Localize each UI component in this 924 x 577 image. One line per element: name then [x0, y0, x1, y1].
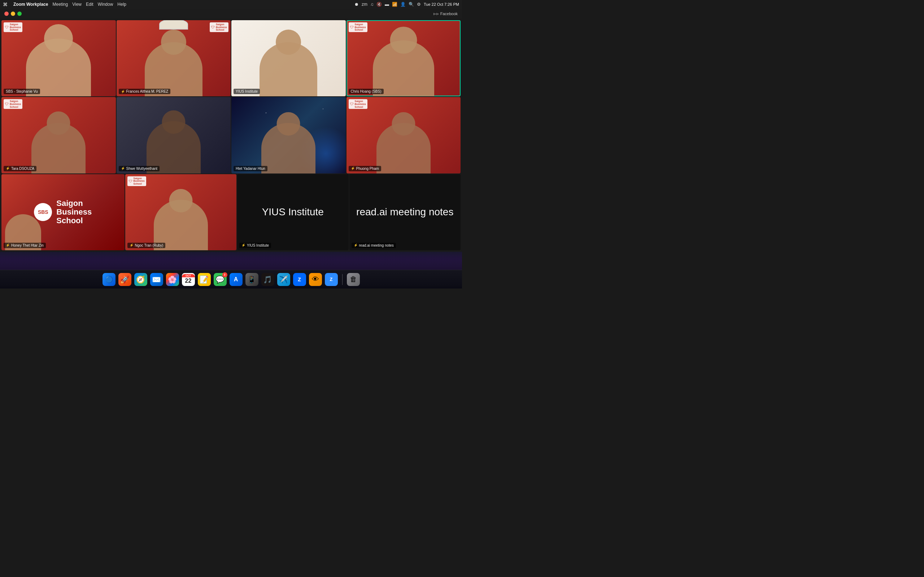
- dock-app-telegram[interactable]: ✈️: [277, 273, 290, 286]
- menubar-right: ⏺ zm ♫ 🔇 ▬ 📶 👤 🔍 ⚙ Tue 22 Oct 7:26 PM: [354, 2, 459, 7]
- dock-app-zalo[interactable]: Z: [293, 273, 306, 286]
- photos-icon: 🌸: [168, 275, 177, 284]
- dock-app-simulator[interactable]: 📱: [246, 273, 258, 286]
- dock: 🔵 🚀 🧭 ✉️ 🌸 OCT 22 📝 💬 2 A 📱 🎵 ✈️ Z 👁: [0, 270, 462, 288]
- zoom-dock-icon: Z: [330, 277, 333, 282]
- minimize-button[interactable]: [11, 11, 15, 16]
- dock-app-preview[interactable]: 👁: [309, 273, 322, 286]
- mute-indicator-6: ⚡: [129, 243, 134, 247]
- name-stephanie-vu: SBS - Stephanie Vu: [3, 89, 40, 94]
- menu-edit[interactable]: Edit: [86, 2, 94, 7]
- mute-indicator-7: ⚡: [241, 243, 246, 247]
- clock: Tue 22 Oct 7:26 PM: [424, 2, 459, 6]
- zoom-icon: ⏺: [354, 2, 359, 7]
- participant-phuong[interactable]: 🛡 SaigonBusinessSchool ⚡ Phuong Pham: [347, 97, 461, 173]
- dock-app-calendar[interactable]: OCT 22: [182, 273, 195, 286]
- mute-indicator-8: ⚡: [354, 243, 358, 247]
- mail-icon: ✉️: [152, 275, 161, 284]
- spotify-icon: ♫: [370, 2, 373, 7]
- name-chris-hoang: Chris Hoang (SBS): [349, 89, 384, 94]
- name-frances-perez: ⚡ Frances Althea M. PEREZ: [119, 89, 171, 94]
- finder-icon: 🔵: [105, 276, 113, 284]
- participant-frances-perez[interactable]: 🛡 SaigonBusinessSchool ⚡ Frances Althea …: [116, 20, 231, 96]
- menu-help[interactable]: Help: [117, 2, 126, 7]
- zm-icon: zm: [362, 2, 367, 7]
- name-yius-text: ⚡ YIUS Institute: [239, 243, 271, 248]
- spotify-dock-icon: 🎵: [263, 275, 272, 284]
- dock-app-notes[interactable]: 📝: [198, 273, 211, 286]
- video-row-3: SBS SaigonBusinessSchool ⚡ Honey Thet Ht…: [2, 174, 460, 250]
- name-yius-1: YIUS Institute: [234, 89, 260, 94]
- readai-text-content: read.ai meeting notes: [356, 206, 453, 218]
- maximize-button[interactable]: [17, 11, 22, 16]
- video-row-1: 🛡 SaigonBusinessSchool SBS - Stephanie V…: [2, 20, 460, 96]
- apple-menu[interactable]: ⌘: [3, 2, 8, 7]
- participant-honey[interactable]: SBS SaigonBusinessSchool ⚡ Honey Thet Ht…: [2, 174, 124, 250]
- participant-ngoc[interactable]: 🛡 SaigonBusinessSchool ⚡ Ngoc Tran (Ruby…: [125, 174, 237, 250]
- launchpad-icon: 🚀: [120, 275, 129, 284]
- name-honey: ⚡ Honey Thet Htar Zin: [3, 243, 46, 248]
- cast-icon: ⊳⊳: [433, 12, 439, 16]
- participant-htet[interactable]: Htet Yadanar Htun: [231, 97, 346, 173]
- battery-icon: ▬: [385, 2, 389, 7]
- menu-view[interactable]: View: [72, 2, 82, 7]
- name-shwe: ⚡ Shwe Wuttyeethant: [119, 166, 160, 171]
- mute-indicator-3: ⚡: [121, 167, 125, 170]
- sbs-promo-logo: SBS: [34, 203, 52, 221]
- participant-tara-dsouza[interactable]: 🛡 SaigonBusinessSchool ⚡ Tara DSOUZA: [2, 97, 116, 173]
- name-tara-dsouza: ⚡ Tara DSOUZA: [3, 166, 36, 171]
- mute-icon: 🔇: [376, 2, 382, 7]
- dock-app-launchpad[interactable]: 🚀: [118, 273, 131, 286]
- dock-app-appstore[interactable]: A: [229, 273, 242, 286]
- dock-app-safari[interactable]: 🧭: [134, 273, 147, 286]
- facebook-link[interactable]: ⊳⊳ Facebook: [433, 11, 458, 16]
- mute-indicator-5: ⚡: [6, 243, 10, 247]
- calendar-date-icon: 22: [185, 277, 192, 284]
- dock-app-mail[interactable]: ✉️: [150, 273, 163, 286]
- menubar-left: ⌘ Zoom Workplace Meeting View Edit Windo…: [3, 2, 126, 7]
- participant-chris-hoang[interactable]: 🛡 SaigonBusinessSchool Chris Hoang (SBS): [347, 20, 461, 96]
- yius-text-content: YIUS Institute: [262, 206, 324, 218]
- video-grid: 🛡 SaigonBusinessSchool SBS - Stephanie V…: [0, 19, 462, 252]
- simulator-icon: 📱: [247, 275, 256, 284]
- participant-yius-1[interactable]: YIUS Institute: [231, 20, 346, 96]
- name-ngoc: ⚡ Ngoc Tran (Ruby): [128, 243, 166, 248]
- close-button[interactable]: [4, 11, 9, 16]
- video-row-2: 🛡 SaigonBusinessSchool ⚡ Tara DSOUZA ⚡: [2, 97, 460, 173]
- participant-readai[interactable]: read.ai meeting notes ⚡ read.ai meeting …: [349, 174, 461, 250]
- window-controls: [4, 11, 22, 16]
- notes-icon: 📝: [200, 275, 208, 284]
- control-center-icon[interactable]: ⚙: [417, 2, 421, 7]
- app-name[interactable]: Zoom Workplace: [13, 2, 48, 7]
- mute-indicator-2: ⚡: [6, 167, 10, 170]
- preview-icon: 👁: [312, 275, 319, 284]
- participant-yius-text[interactable]: YIUS Institute ⚡ YIUS Institute: [237, 174, 349, 250]
- menu-window[interactable]: Window: [98, 2, 113, 7]
- participant-shwe[interactable]: ⚡ Shwe Wuttyeethant: [116, 97, 231, 173]
- wifi-icon: 📶: [392, 2, 397, 7]
- dock-app-finder[interactable]: 🔵: [102, 273, 115, 286]
- sbs-promo-text: SaigonBusinessSchool: [56, 199, 92, 226]
- dock-app-zoom[interactable]: Z: [325, 273, 338, 286]
- menubar: ⌘ Zoom Workplace Meeting View Edit Windo…: [0, 0, 462, 9]
- zalo-icon: Z: [298, 277, 301, 282]
- dock-app-trash[interactable]: 🗑: [347, 273, 360, 286]
- facebook-label: Facebook: [440, 11, 458, 16]
- dock-app-photos[interactable]: 🌸: [166, 273, 179, 286]
- menu-meeting[interactable]: Meeting: [52, 2, 68, 7]
- dock-separator: [342, 274, 342, 285]
- dock-app-messages[interactable]: 💬 2: [214, 273, 227, 286]
- search-icon[interactable]: 🔍: [409, 2, 414, 7]
- appstore-icon: A: [234, 276, 238, 283]
- name-htet: Htet Yadanar Htun: [234, 166, 267, 171]
- name-phuong: ⚡ Phuong Pham: [349, 166, 381, 171]
- name-readai: ⚡ read.ai meeting notes: [352, 243, 396, 248]
- trash-icon: 🗑: [350, 275, 357, 284]
- mute-indicator: ⚡: [121, 90, 125, 93]
- participant-stephanie-vu[interactable]: 🛡 SaigonBusinessSchool SBS - Stephanie V…: [2, 20, 116, 96]
- wallpaper-strip: [0, 252, 462, 270]
- mute-indicator-4: ⚡: [351, 167, 355, 170]
- messages-badge: 2: [222, 272, 228, 277]
- dock-app-spotify[interactable]: 🎵: [261, 273, 274, 286]
- telegram-icon: ✈️: [279, 275, 288, 284]
